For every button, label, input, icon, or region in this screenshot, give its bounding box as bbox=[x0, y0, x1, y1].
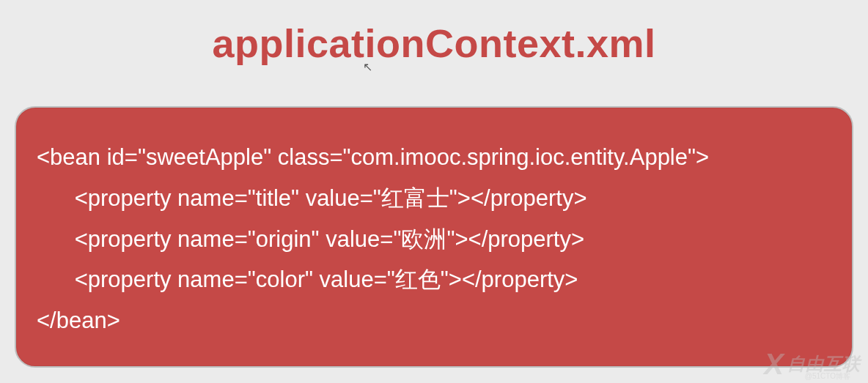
code-panel: <bean id="sweetApple" class="com.imooc.s… bbox=[15, 106, 853, 368]
code-line-3: <property name="origin" value="欧洲"></pro… bbox=[37, 219, 831, 260]
code-line-5: </bean> bbox=[37, 300, 831, 341]
watermark-sub: @51CTO博客 bbox=[805, 371, 850, 382]
watermark: X 自由互联 @51CTO博客 bbox=[764, 349, 861, 379]
watermark-x-icon: X bbox=[764, 349, 784, 379]
code-line-2: <property name="title" value="红富士"></pro… bbox=[37, 178, 831, 219]
page-title: applicationContext.xml bbox=[0, 21, 868, 66]
code-line-1: <bean id="sweetApple" class="com.imooc.s… bbox=[37, 137, 831, 178]
code-line-4: <property name="color" value="红色"></prop… bbox=[37, 259, 831, 300]
